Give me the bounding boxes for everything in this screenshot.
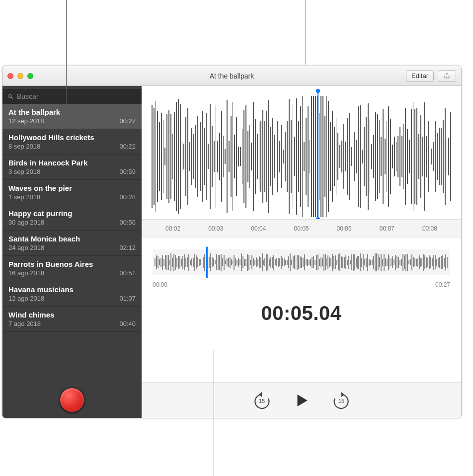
overview-bar: [288, 256, 289, 268]
waveform-bar: [174, 112, 175, 201]
overview-bar: [163, 259, 164, 265]
main-panel: 00:0200:0300:0400:0500:0600:0700:08 00:0…: [142, 86, 461, 418]
waveform-bar: [176, 102, 177, 212]
overview-bar: [350, 260, 351, 264]
waveform-bar: [349, 113, 350, 200]
overview-bar: [187, 257, 188, 267]
ruler-tick: 00:02: [152, 225, 194, 232]
waveform-bar: [431, 149, 432, 164]
waveform-bar: [332, 111, 333, 203]
waveform-bar: [407, 129, 408, 183]
edit-button[interactable]: Editar: [406, 70, 434, 82]
search-input[interactable]: Buscar: [2, 89, 142, 104]
waveform-bar: [260, 121, 261, 191]
waveform-bar: [364, 127, 365, 186]
callout-line-top-left: [66, 0, 67, 112]
recording-duration: 00:27: [119, 117, 136, 125]
time-ruler: 00:0200:0300:0400:0500:0600:0700:08: [142, 219, 461, 237]
recording-duration: 00:28: [119, 193, 136, 201]
waveform-bar: [249, 125, 250, 188]
waveform-bar: [289, 99, 290, 214]
recording-item[interactable]: Happy cat purring30 ago 201800:56: [2, 205, 142, 231]
waveform-bar: [443, 120, 444, 193]
waveform-bar: [180, 104, 181, 209]
overview-bar: [347, 260, 348, 265]
minimize-window-button[interactable]: [17, 73, 23, 79]
close-window-button[interactable]: [7, 73, 13, 79]
waveform-bar: [298, 121, 299, 193]
waveform-bar: [416, 108, 417, 205]
play-icon: [293, 392, 310, 409]
recording-item[interactable]: Wind chimes7 ago 201800:40: [2, 307, 142, 332]
waveform-bar: [296, 98, 297, 215]
waveform-bar: [197, 116, 198, 197]
overview-bar: [158, 256, 158, 269]
overview-bar: [414, 258, 415, 266]
overview-bar: [259, 256, 260, 269]
zoom-window-button[interactable]: [27, 73, 33, 79]
overview-bar: [179, 256, 180, 268]
waveform-bar: [238, 147, 239, 166]
overview-bar: [285, 260, 286, 265]
overview-bar: [354, 254, 355, 270]
overview-bar: [212, 257, 213, 267]
overview-bar: [190, 260, 191, 265]
overview-bar: [169, 260, 170, 265]
overview-bar: [262, 253, 263, 271]
share-button[interactable]: [438, 70, 456, 82]
overview-bar: [270, 257, 271, 268]
overview-bar: [429, 255, 430, 270]
waveform-bar: [253, 102, 254, 211]
recording-item[interactable]: Hollywood Hills crickets8 sep 201800:22: [2, 129, 142, 155]
recording-item[interactable]: Birds in Hancock Park3 sep 201800:59: [2, 155, 142, 180]
recording-item[interactable]: Parrots in Buenos Aires16 ago 201800:51: [2, 256, 142, 281]
overview-bar: [224, 255, 225, 270]
waveform-bar: [223, 136, 224, 177]
overview-bar: [307, 259, 308, 265]
recording-item[interactable]: Waves on the pier1 sep 201800:28: [2, 180, 142, 205]
waveform-zoom-view[interactable]: 00:0200:0300:0400:0500:0600:0700:08: [142, 86, 461, 238]
overview-bar: [256, 257, 257, 267]
overview-playhead[interactable]: [206, 246, 208, 278]
waveform-bar: [247, 131, 248, 182]
overview-bar: [197, 257, 198, 267]
overview-bar: [408, 260, 409, 265]
overview-bar: [173, 254, 174, 270]
skip-back-15-button[interactable]: 15: [252, 391, 272, 410]
waveform-bar: [354, 132, 355, 182]
recording-date: 12 ago 2018: [8, 295, 44, 302]
waveform-bar: [366, 117, 367, 196]
skip-forward-15-button[interactable]: 15: [331, 391, 351, 410]
playhead[interactable]: [317, 91, 318, 219]
overview-bar: [402, 254, 403, 270]
recording-duration: 00:40: [119, 320, 136, 327]
recording-title: Wind chimes: [8, 311, 136, 319]
waveform-bar: [302, 96, 303, 217]
waveform-bar: [208, 144, 209, 169]
svg-point-0: [8, 94, 12, 98]
waveform-bar: [279, 141, 280, 172]
waveform-bar: [243, 110, 244, 203]
recording-item[interactable]: Santa Monica beach24 ago 201802:12: [2, 231, 142, 256]
ruler-tick: 00:07: [366, 225, 408, 232]
waveform-bar: [379, 120, 380, 194]
recording-duration: 02:12: [119, 244, 136, 251]
recording-item[interactable]: Havana musicians12 ago 201801:07: [2, 281, 142, 307]
overview-bar: [272, 257, 273, 267]
overview-bar: [323, 254, 324, 271]
waveform-bar: [189, 142, 190, 171]
overview-bar: [399, 260, 400, 265]
recording-item[interactable]: At the ballpark12 sep 201800:27: [2, 104, 142, 129]
waveform-overview[interactable]: [153, 249, 450, 275]
overview-bar: [282, 258, 283, 266]
overview-bar: [175, 255, 176, 269]
waveform-bar: [272, 118, 273, 195]
waveform-bar: [262, 110, 263, 204]
play-button[interactable]: [292, 391, 312, 410]
overview-bar: [333, 256, 334, 269]
recording-date: 8 sep 2018: [8, 143, 40, 150]
overview-bar: [417, 258, 418, 267]
overview-bar: [160, 258, 161, 267]
window-controls: [7, 73, 33, 79]
record-button[interactable]: [59, 387, 85, 413]
